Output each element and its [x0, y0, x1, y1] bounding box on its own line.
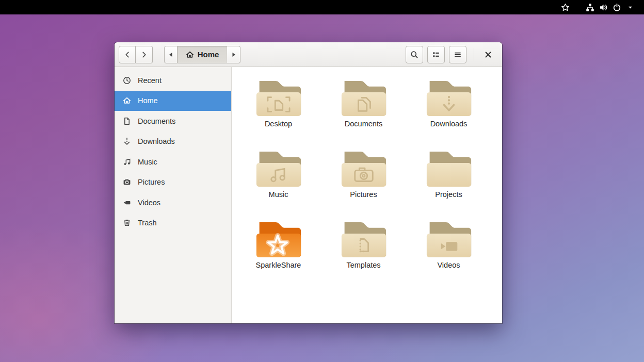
path-bar: Home — [164, 46, 240, 63]
folder-label: Videos — [437, 261, 460, 269]
folder-sparkleshare[interactable]: SparkleShare — [236, 219, 321, 289]
folder-icon — [425, 150, 473, 188]
favorites-star-icon[interactable] — [558, 1, 572, 14]
headerbar-right — [401, 46, 502, 63]
shell-top-bar — [0, 0, 644, 14]
trash-icon — [122, 219, 131, 227]
folder-icon — [425, 79, 473, 118]
folder-icon — [255, 150, 302, 188]
desktop: Home — [0, 0, 644, 362]
back-button[interactable] — [119, 46, 136, 63]
folder-label: Templates — [346, 261, 380, 269]
menu-button[interactable] — [449, 46, 466, 63]
folder-icon — [255, 220, 302, 259]
file-manager-window: Home — [115, 42, 502, 323]
home-icon — [186, 51, 194, 59]
music-icon — [122, 157, 131, 166]
path-segment-home[interactable]: Home — [178, 46, 227, 63]
folder-projects[interactable]: Projects — [406, 148, 491, 219]
folder-label: Projects — [435, 190, 462, 199]
folder-label: Documents — [345, 120, 382, 128]
file-view: Desktop Documents Downloads Music — [232, 67, 502, 323]
path-segment-label: Home — [198, 50, 219, 59]
sidebar-item-label: Recent — [138, 76, 162, 85]
sidebar-item-documents[interactable]: Documents — [115, 111, 231, 131]
volume-icon[interactable] — [597, 1, 610, 14]
sidebar-item-videos[interactable]: Videos — [115, 192, 231, 213]
nav-buttons — [119, 46, 153, 63]
folder-documents[interactable]: Documents — [321, 77, 406, 148]
folder-label: SparkleShare — [256, 261, 301, 269]
documents-icon — [122, 117, 131, 125]
network-workgroup-icon[interactable] — [583, 1, 597, 14]
headerbar-separator — [474, 48, 474, 61]
files-grid: Desktop Documents Downloads Music — [236, 77, 502, 289]
sidebar-item-downloads[interactable]: Downloads — [115, 131, 231, 152]
folder-icon — [340, 220, 388, 259]
sidebar-item-trash[interactable]: Trash — [115, 213, 231, 234]
sidebar-item-recent[interactable]: Recent — [115, 70, 231, 91]
folder-label: Pictures — [350, 190, 377, 199]
chevron-down-icon[interactable] — [623, 1, 637, 14]
home-icon — [122, 96, 131, 105]
sidebar-item-label: Videos — [138, 199, 160, 207]
folder-pictures[interactable]: Pictures — [321, 148, 406, 219]
folder-templates[interactable]: Templates — [321, 219, 406, 289]
folder-label: Downloads — [430, 120, 468, 128]
videos-icon — [122, 198, 131, 207]
folder-label: Desktop — [265, 120, 292, 128]
folder-desktop[interactable]: Desktop — [236, 77, 321, 148]
folder-videos[interactable]: Videos — [406, 219, 491, 289]
sidebar-item-music[interactable]: Music — [115, 152, 231, 172]
view-list-button[interactable] — [427, 46, 445, 63]
close-button[interactable] — [480, 47, 496, 62]
folder-music[interactable]: Music — [236, 148, 321, 219]
folder-icon — [425, 220, 473, 259]
forward-button[interactable] — [136, 46, 153, 63]
sidebar-item-label: Documents — [138, 117, 175, 125]
window-body: RecentHomeDocumentsDownloadsMusicPicture… — [115, 67, 502, 323]
path-next-button[interactable] — [227, 46, 240, 63]
pictures-icon — [122, 178, 131, 187]
sidebar-item-label: Home — [138, 96, 158, 105]
headerbar: Home — [115, 42, 502, 67]
sidebar-item-label: Music — [138, 158, 157, 166]
folder-downloads[interactable]: Downloads — [406, 77, 491, 148]
folder-icon — [340, 150, 388, 188]
downloads-icon — [122, 137, 131, 146]
folder-label: Music — [269, 190, 288, 199]
path-previous-button[interactable] — [164, 46, 178, 63]
sidebar: RecentHomeDocumentsDownloadsMusicPicture… — [115, 67, 232, 323]
recent-clock-icon — [122, 76, 131, 85]
sidebar-item-pictures[interactable]: Pictures — [115, 172, 231, 193]
search-button[interactable] — [406, 46, 423, 63]
sidebar-item-home[interactable]: Home — [115, 91, 231, 111]
folder-icon — [255, 79, 302, 118]
sidebar-item-label: Downloads — [138, 137, 175, 145]
power-icon[interactable] — [610, 1, 623, 14]
folder-icon — [340, 79, 388, 118]
sidebar-item-label: Trash — [138, 219, 157, 227]
sidebar-item-label: Pictures — [138, 178, 165, 186]
